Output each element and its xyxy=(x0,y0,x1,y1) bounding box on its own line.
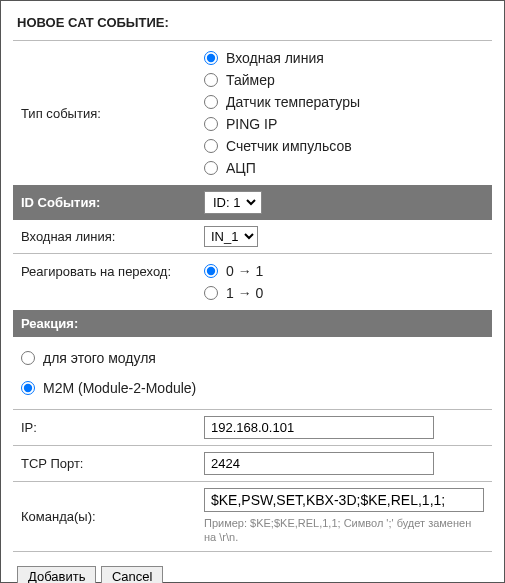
button-row: Добавить Cancel xyxy=(13,552,492,583)
event-type-radio-adc[interactable] xyxy=(204,161,218,175)
transition-label: Реагировать на переход: xyxy=(13,254,196,311)
form-title: НОВОЕ CAT СОБЫТИЕ: xyxy=(13,9,492,40)
transition-radio-1-0[interactable] xyxy=(204,286,218,300)
input-line-select[interactable]: IN_1 xyxy=(204,226,258,247)
event-type-radio-ping[interactable] xyxy=(204,117,218,131)
event-type-option-text: Входная линия xyxy=(226,50,324,66)
reaction-radio-this-module[interactable] xyxy=(21,351,35,365)
input-line-label: Входная линия: xyxy=(13,220,196,254)
commands-input[interactable] xyxy=(204,488,484,512)
tcp-port-label: TCP Порт: xyxy=(13,446,196,482)
transition-option-text: 1 → 0 xyxy=(226,285,263,301)
event-type-option-text: PING IP xyxy=(226,116,277,132)
event-type-options: Входная линия Таймер Датчик температуры … xyxy=(196,41,492,186)
reaction-radio-m2m[interactable] xyxy=(21,381,35,395)
event-type-radio-input-line[interactable] xyxy=(204,51,218,65)
event-type-option-text: АЦП xyxy=(226,160,256,176)
commands-label: Команда(ы): xyxy=(13,482,196,552)
event-type-radio-timer[interactable] xyxy=(204,73,218,87)
event-type-option-text: Таймер xyxy=(226,72,275,88)
event-type-option-text: Датчик температуры xyxy=(226,94,360,110)
cancel-button[interactable]: Cancel xyxy=(101,566,163,583)
event-type-radio-counter[interactable] xyxy=(204,139,218,153)
commands-hint: Пример: $KE;$KE,REL,1,1; Символ ';' буде… xyxy=(204,516,484,545)
form-table: Тип события: Входная линия Таймер Датчик… xyxy=(13,40,492,552)
event-type-option-text: Счетчик импульсов xyxy=(226,138,352,154)
tcp-port-input[interactable] xyxy=(204,452,434,475)
event-id-select[interactable]: ID: 1 xyxy=(207,193,259,212)
ip-label: IP: xyxy=(13,410,196,446)
reaction-header: Реакция: xyxy=(13,310,492,337)
transition-option-text: 0 → 1 xyxy=(226,263,263,279)
reaction-option-text: для этого модуля xyxy=(43,350,156,366)
transition-radio-0-1[interactable] xyxy=(204,264,218,278)
cat-event-form: НОВОЕ CAT СОБЫТИЕ: Тип события: Входная … xyxy=(0,0,505,583)
event-type-radio-temperature[interactable] xyxy=(204,95,218,109)
ip-input[interactable] xyxy=(204,416,434,439)
add-button[interactable]: Добавить xyxy=(17,566,96,583)
reaction-option-text: M2M (Module-2-Module) xyxy=(43,380,196,396)
event-type-label: Тип события: xyxy=(13,41,196,186)
event-id-label: ID События: xyxy=(13,185,196,220)
